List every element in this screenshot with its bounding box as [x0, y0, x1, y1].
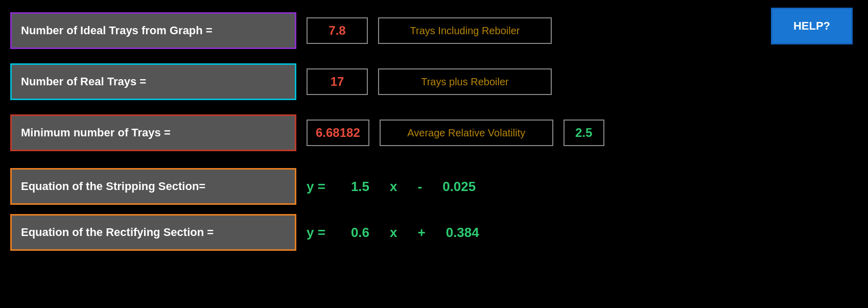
real-trays-row: Number of Real Trays = 17 Trays plus Reb…: [10, 56, 858, 107]
min-trays-row: Minimum number of Trays = 6.68182 Averag…: [10, 107, 858, 158]
rectifying-const: 0.384: [446, 225, 479, 241]
real-trays-value: 17: [307, 68, 368, 95]
stripping-x: x: [390, 179, 397, 195]
ideal-trays-description: Trays Including Reboiler: [378, 17, 552, 44]
real-trays-label: Number of Real Trays =: [10, 63, 296, 100]
ideal-trays-label: Number of Ideal Trays from Graph =: [10, 12, 296, 49]
stripping-op: -: [418, 179, 423, 195]
min-trays-label: Minimum number of Trays =: [10, 114, 296, 151]
stripping-y: y =: [307, 179, 325, 195]
stripping-label: Equation of the Stripping Section=: [10, 168, 296, 205]
main-container: HELP? Number of Ideal Trays from Graph =…: [0, 0, 868, 308]
ideal-trays-row: Number of Ideal Trays from Graph = 7.8 T…: [10, 5, 858, 56]
avg-volatility-value: 2.5: [564, 120, 604, 146]
rectifying-row: Equation of the Rectifying Section = y =…: [10, 209, 858, 255]
real-trays-description: Trays plus Reboiler: [378, 68, 552, 95]
ideal-trays-value: 7.8: [307, 17, 368, 44]
rectifying-coef: 0.6: [351, 225, 369, 241]
help-button[interactable]: HELP?: [771, 8, 853, 44]
rectifying-y: y =: [307, 225, 325, 241]
rectifying-op: +: [418, 225, 426, 241]
stripping-const: 0.025: [442, 179, 476, 195]
avg-volatility-label: Average Relative Volatility: [380, 120, 553, 146]
stripping-coef: 1.5: [351, 179, 369, 195]
min-trays-value: 6.68182: [307, 120, 369, 146]
rectifying-label: Equation of the Rectifying Section =: [10, 214, 296, 251]
stripping-row: Equation of the Stripping Section= y = 1…: [10, 163, 858, 209]
rectifying-x: x: [390, 225, 397, 241]
